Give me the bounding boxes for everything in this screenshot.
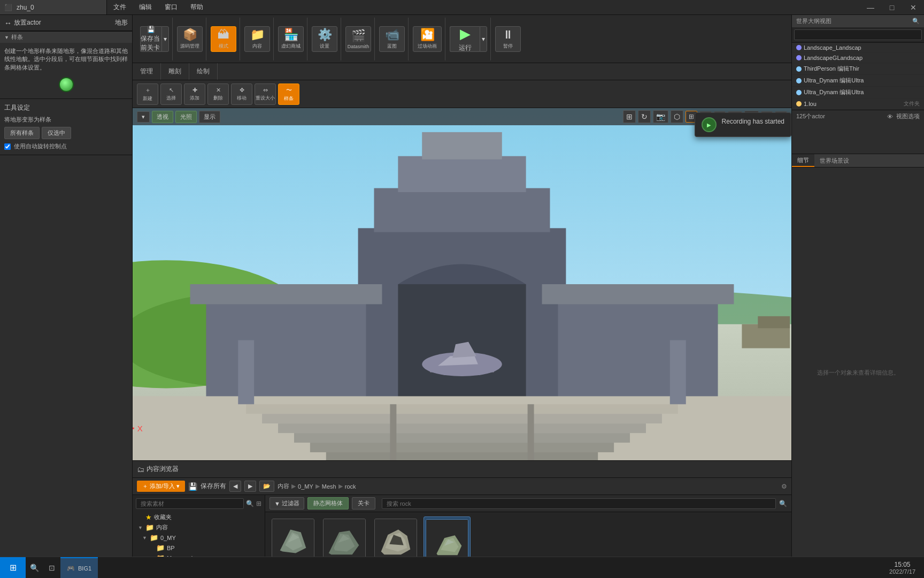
auto-rotate-checkbox[interactable] <box>4 143 11 150</box>
green-circle-indicator[interactable] <box>59 77 74 92</box>
actor-count: 125个actor <box>796 112 825 120</box>
marketplace-button[interactable]: 🏪 虚幻商城 <box>278 26 304 52</box>
view-options-button[interactable]: 👁 视图选项 <box>887 112 920 120</box>
0my-node[interactable]: ▼ 📁 0_MY <box>136 533 261 543</box>
outline-item[interactable]: Landscape_Landscap <box>792 43 924 53</box>
outline-search-icon[interactable]: 🔍 <box>912 18 920 25</box>
filter-toolbar: ▼ 过滤器 静态网格体 关卡 🔍 <box>265 495 791 512</box>
outline-search-area <box>792 27 924 43</box>
play-button[interactable]: ▶ 运行 <box>450 26 480 52</box>
task-view-btn[interactable]: ⊡ <box>43 557 60 578</box>
details-tab[interactable]: 细节 <box>792 154 814 167</box>
menu-help[interactable]: 帮助 <box>188 2 205 13</box>
transform-icon-btn[interactable]: ⊞ <box>623 110 636 123</box>
menu-window[interactable]: 窗口 <box>163 2 180 13</box>
browser-settings-btn[interactable]: ⚙ <box>781 483 787 490</box>
sculpt-tab[interactable]: 雕刻 <box>161 63 189 80</box>
start-button[interactable]: ⊞ <box>0 557 26 579</box>
add-import-button[interactable]: ＋ 添加/导入 ▾ <box>137 481 185 492</box>
clock[interactable]: 15:05 2022/7/17 <box>881 561 924 575</box>
menu-edit[interactable]: 编辑 <box>137 2 154 13</box>
svg-rect-22 <box>528 404 534 460</box>
outline-item[interactable]: Ultra_Dynam 编辑Ultra <box>792 75 924 87</box>
app-taskbar-btn[interactable]: 🎮 BIG1 <box>60 557 98 578</box>
resize-tool-button[interactable]: ⇔ 重设大小 <box>255 83 276 105</box>
lighting-button[interactable]: 光照 <box>175 111 197 123</box>
selected-only-button[interactable]: 仅选中 <box>42 127 71 139</box>
camera-icon-btn[interactable]: 📷 <box>653 110 668 123</box>
cinematic-button[interactable]: 🎦 过场动画 <box>413 26 442 52</box>
bc-rock[interactable]: rock <box>345 483 356 490</box>
landscape-toolbar: 管理 雕刻 绘制 <box>133 63 791 80</box>
bc-content[interactable]: 内容 <box>278 482 289 490</box>
dropdown-icon: ▾ <box>176 483 180 490</box>
minimize-button[interactable]: — <box>860 0 881 15</box>
bp-node[interactable]: 📁 BP <box>136 543 261 553</box>
favorites-node[interactable]: ★ 收藏夹 <box>136 512 261 522</box>
bc-mesh[interactable]: Mesh <box>322 483 336 490</box>
save-all-btn[interactable]: 保存所有 <box>201 482 226 491</box>
play-dropdown-arrow[interactable]: ▾ <box>480 26 487 52</box>
item-color-dot <box>796 66 802 72</box>
manage-tab[interactable]: 管理 <box>133 63 161 80</box>
bc-0my[interactable]: 0_MY <box>298 483 313 490</box>
spline-tool-button[interactable]: 〜 样条 <box>278 83 299 105</box>
asset-search-icon[interactable]: 🔍 <box>779 500 787 507</box>
main-toolbar: 💾 保存当前关卡 ▾ 📦 源码管理 🏔 模式 <box>133 15 791 63</box>
search-taskbar[interactable]: 🔍 <box>26 557 43 578</box>
new-tool-button[interactable]: ＋ 新建 <box>137 83 158 105</box>
auto-rotate-row: 使用自动旋转控制点 <box>4 142 128 150</box>
spline-icon: 〜 <box>286 86 292 94</box>
window-controls: — □ ✕ <box>860 0 924 15</box>
show-button[interactable]: 显示 <box>199 111 220 123</box>
viewport[interactable]: X Z Rip ▾ 透视 光照 显示 ⊞ ↻ <box>133 108 791 460</box>
pause-button[interactable]: ⏸ 暂停 <box>495 26 521 52</box>
tree-search-input[interactable] <box>136 498 244 509</box>
filter-dropdown-button[interactable]: ▼ 过滤器 <box>270 497 304 509</box>
level-filter[interactable]: 关卡 <box>352 497 375 509</box>
settings-button[interactable]: ⚙️ 设置 <box>312 26 337 52</box>
save-group: 💾 保存当前关卡 ▾ <box>137 18 173 60</box>
viewport-scene: X Z Rip <box>133 108 791 460</box>
outline-item[interactable]: LandscapeGLandscap <box>792 53 924 63</box>
asset-search-input[interactable] <box>382 498 776 509</box>
menu-bar: 文件 编辑 窗口 帮助 <box>107 2 860 13</box>
blueprint-button[interactable]: 📹 蓝图 <box>379 26 405 52</box>
mode-button[interactable]: 🏔 模式 <box>211 26 236 52</box>
maximize-button[interactable]: □ <box>881 0 903 15</box>
wireframe-btn[interactable]: ⬡ <box>671 110 683 123</box>
filter-icon: ▼ <box>274 500 280 507</box>
rock-svg-2 <box>324 519 365 561</box>
content-button[interactable]: 📁 内容 <box>244 26 270 52</box>
content-icon: 📁 <box>250 28 265 42</box>
delete-tool-button[interactable]: ✕ 删除 <box>207 83 229 105</box>
outline-search-input[interactable] <box>794 29 922 40</box>
add-tool-button[interactable]: ✚ 添加 <box>184 83 205 105</box>
perspective-button[interactable]: 透视 <box>152 111 173 123</box>
source-control-button[interactable]: 📦 源码管理 <box>177 26 203 52</box>
move-tool-button[interactable]: ✥ 移动 <box>231 83 252 105</box>
content-node[interactable]: ▼ 📁 内容 <box>136 522 261 533</box>
close-button[interactable]: ✕ <box>903 0 924 15</box>
save-current-level-button[interactable]: 💾 保存当前关卡 <box>140 26 161 52</box>
svg-rect-9 <box>422 132 502 159</box>
world-settings-tab[interactable]: 世界场景设 <box>814 154 854 167</box>
dropdown-arrow-btn[interactable]: ▾ <box>137 111 150 123</box>
save-dropdown-arrow[interactable]: ▾ <box>161 26 169 52</box>
datasmith-button[interactable]: 🎬 Datasmith <box>345 26 371 52</box>
outline-item[interactable]: ThirdPerson 编辑Thir <box>792 63 924 75</box>
viewport-container: X Z Rip ▾ 透视 光照 显示 ⊞ ↻ <box>133 108 791 460</box>
outline-text: Landscape_Landscap <box>804 44 920 51</box>
folder-up-button[interactable]: 📂 <box>259 481 274 492</box>
outline-item[interactable]: 1.lou 文件夹 <box>792 98 924 110</box>
paint-tab[interactable]: 绘制 <box>189 63 218 80</box>
select-tool-button[interactable]: ↖ 选择 <box>160 83 182 105</box>
forward-button[interactable]: ▶ <box>244 481 256 492</box>
all-splines-button[interactable]: 所有样条 <box>4 127 40 139</box>
add-icon: ✚ <box>192 87 197 94</box>
static-mesh-filter[interactable]: 静态网格体 <box>307 497 349 509</box>
menu-file[interactable]: 文件 <box>111 2 128 13</box>
back-button[interactable]: ◀ <box>229 481 241 492</box>
outline-item[interactable]: Ultra_Dynam 编辑Ultra <box>792 87 924 98</box>
rotate-icon-btn[interactable]: ↻ <box>638 110 651 123</box>
